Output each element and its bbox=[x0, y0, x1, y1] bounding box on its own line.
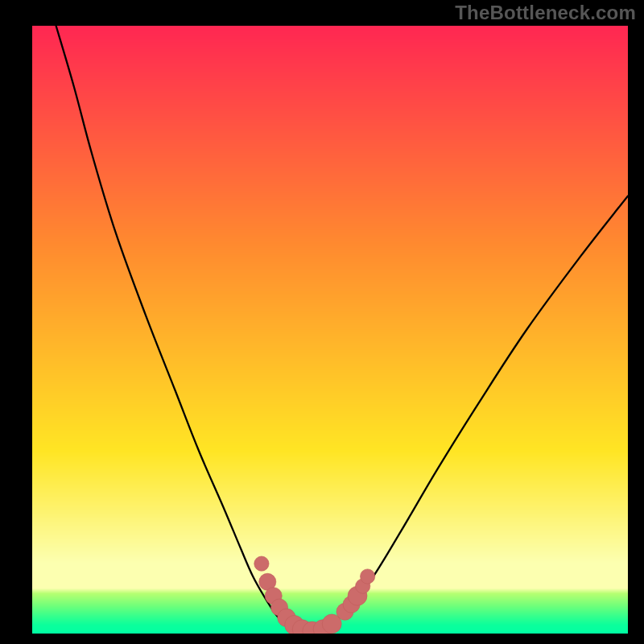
marker-dot bbox=[360, 569, 374, 584]
watermark-text: TheBottleneck.com bbox=[455, 2, 636, 24]
gradient-background bbox=[32, 26, 628, 634]
chart-stage: TheBottleneck.com bbox=[0, 0, 644, 644]
plot-svg bbox=[0, 0, 644, 644]
marker-dot bbox=[254, 556, 269, 571]
